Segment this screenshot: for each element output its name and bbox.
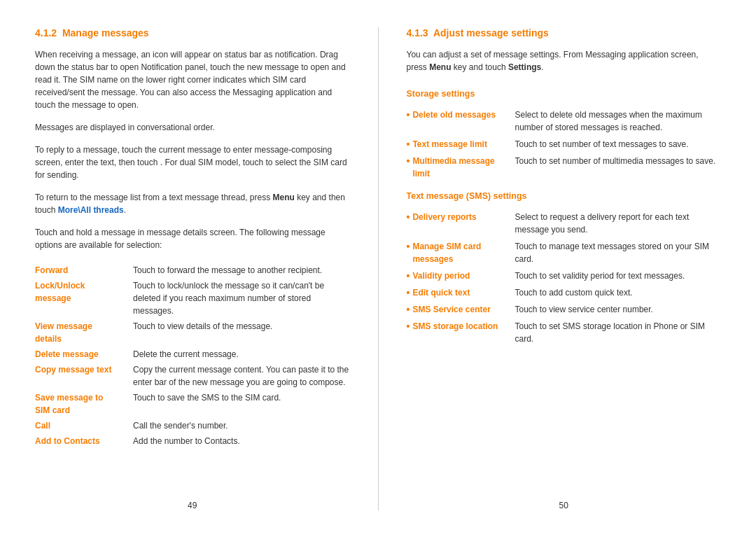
sms-desc-quicktext: Touch to add custom quick text. [515,286,722,299]
sms-desc-managesim: Touch to manage text messages stored on … [515,240,722,265]
def-desc-savesim: Touch to save the SMS to the SIM card. [133,391,350,417]
storage-term-textlimit: Text message limit [407,138,508,151]
def-desc-lockunlock: Touch to lock/unlock the message so it c… [133,279,350,317]
left-intro2: Messages are displayed in conversational… [35,121,350,134]
sms-desc-validity: Touch to set validity period for text me… [515,270,722,282]
right-section-number: 4.1.3 [407,27,428,39]
left-page-number: 49 [35,494,350,510]
sms-bullet-list: Delivery reports Select to request a del… [407,211,722,346]
right-section-title: 4.1.3 Adjust message settings [407,27,722,39]
def-desc-call: Call the sender's number. [133,419,350,432]
left-intro1: When receiving a message, an icon will a… [35,48,350,111]
sms-desc-servicecenter: Touch to view service center number. [515,303,722,316]
right-page-number: 50 [407,494,722,510]
left-section-title: 4.1.2 Manage messages [35,27,350,39]
def-term-savesim: Save message toSIM card [35,391,126,417]
more-all-threads-link: More\All threads [58,205,124,215]
sms-term-storageloc: SMS storage location [407,320,508,345]
left-page: 4.1.2 Manage messages When receiving a m… [35,27,350,510]
storage-bullet-list: Delete old messages Select to delete old… [407,109,722,180]
def-desc-deletemsg: Delete the current message. [133,348,350,361]
sms-term-quicktext: Edit quick text [407,286,508,299]
right-page: 4.1.3 Adjust message settings You can ad… [407,27,722,510]
left-intro5: Touch and hold a message in message deta… [35,226,350,251]
def-desc-copymsg: Copy the current message content. You ca… [133,363,350,389]
def-term-forward: Forward [35,264,126,277]
left-section-number: 4.1.2 [35,27,57,39]
def-term-deletemsg: Delete message [35,348,126,361]
def-term-call: Call [35,419,126,432]
sms-settings-title: Text message (SMS) settings [407,191,722,201]
sms-desc-storageloc: Touch to set SMS storage location in Pho… [515,320,722,345]
storage-term-deleteold: Delete old messages [407,109,508,134]
def-term-lockunlock: Lock/Unlockmessage [35,279,126,305]
left-intro3: To reply to a message, touch the current… [35,144,350,181]
right-intro: You can adjust a set of message settings… [407,48,722,74]
sms-term-validity: Validity period [407,270,508,282]
def-term-copymsg: Copy message text [35,363,126,376]
sms-term-delivery: Delivery reports [407,211,508,236]
def-term-addcontacts: Add to Contacts [35,435,126,447]
page-divider [378,27,379,510]
storage-term-mmlimit: Multimedia message limit [407,155,508,180]
def-desc-addcontacts: Add the number to Contacts. [133,435,350,447]
def-term-viewdetails: View messagedetails [35,320,126,345]
storage-desc-mmlimit: Touch to set number of multimedia messag… [515,155,722,180]
definitions-table: Forward Touch to forward the message to … [35,264,350,447]
left-intro4: To return to the message list from a tex… [35,191,350,216]
def-desc-viewdetails: Touch to view details of the message. [133,320,350,345]
sms-term-servicecenter: SMS Service center [407,303,508,316]
right-section-heading: Adjust message settings [433,27,549,39]
def-desc-forward: Touch to forward the message to another … [133,264,350,277]
left-section-heading: Manage messages [62,27,149,39]
storage-settings-title: Storage settings [407,89,722,99]
storage-desc-textlimit: Touch to set number of text messages to … [515,138,722,151]
storage-desc-deleteold: Select to delete old messages when the m… [515,109,722,134]
sms-desc-delivery: Select to request a delivery report for … [515,211,722,236]
sms-term-managesim: Manage SIM card messages [407,240,508,265]
